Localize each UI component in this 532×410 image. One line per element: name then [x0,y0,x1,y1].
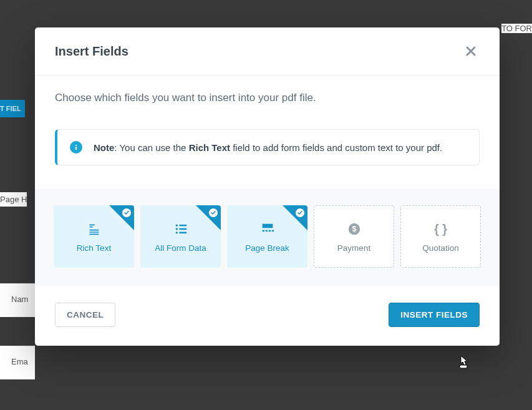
selected-corner [109,205,134,230]
modal-title: Insert Fields [55,44,128,59]
dollar-icon: $ [348,221,360,237]
richtext-icon [87,221,101,237]
check-icon [296,208,304,217]
cursor-icon [457,354,470,372]
insert-fields-modal: Insert Fields Choose which fields you wa… [35,27,500,346]
svg-rect-5 [179,228,186,230]
svg-point-0 [75,145,77,146]
field-card-page-break[interactable]: Page Break [227,205,307,268]
selected-corner [196,205,221,230]
modal-body: Choose which fields you want to insert i… [35,76,500,286]
field-grid: Rich TextAll Form DataPage Break$Payment… [35,189,500,286]
svg-rect-15 [460,365,467,368]
field-label: Rich Text [77,243,111,253]
svg-rect-9 [262,230,264,232]
cancel-button[interactable]: CANCEL [55,303,115,327]
insert-fields-button[interactable]: INSERT FIELDS [389,303,480,327]
modal-footer: CANCEL INSERT FIELDS [35,286,500,346]
field-card-all-form-data[interactable]: All Form Data [140,205,221,268]
check-icon [209,208,218,217]
svg-rect-10 [265,230,267,232]
svg-text:$: $ [352,225,356,233]
field-label: Payment [337,243,370,253]
field-label: Quotation [422,243,459,253]
check-icon [122,208,131,217]
svg-rect-7 [179,232,186,233]
info-text: Note: You can use the Rich Text field to… [94,142,442,153]
close-button[interactable] [462,42,480,60]
modal-header: Insert Fields [35,27,500,76]
svg-rect-1 [75,147,77,150]
info-icon [70,141,82,154]
bg-text: TO FOR [501,24,532,33]
field-label: Page Break [245,243,289,253]
bg-text: Ema [11,357,28,366]
svg-point-6 [175,232,177,233]
field-label: All Form Data [155,243,206,253]
svg-rect-3 [179,224,186,226]
field-card-rich-text[interactable]: Rich Text [54,205,134,268]
list-icon [174,221,188,237]
field-card-payment[interactable]: $Payment [314,205,394,268]
svg-point-2 [175,224,177,226]
bg-text: Page H [0,192,27,207]
info-box: Note: You can use the Rich Text field to… [55,129,480,165]
bg-pill: T FIEL [0,100,25,117]
svg-point-4 [175,228,177,230]
modal-description: Choose which fields you want to insert i… [55,92,480,104]
pagebreak-icon [261,221,274,237]
svg-rect-11 [268,230,270,232]
bg-text: Nam [11,295,28,304]
svg-rect-8 [262,223,273,228]
field-card-quotation[interactable]: { }Quotation [400,205,481,268]
braces-icon: { } [434,221,447,237]
svg-rect-12 [271,230,273,232]
close-icon [466,46,476,56]
selected-corner [283,205,307,230]
